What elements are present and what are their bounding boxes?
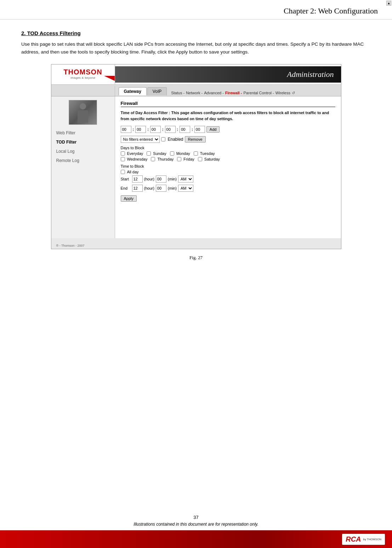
tuesday-checkbox[interactable] xyxy=(194,151,198,156)
section-heading: 2. TOD Access Filtering xyxy=(21,30,371,36)
friday-checkbox-item: Friday xyxy=(177,157,194,161)
sidebar-item-remote-log[interactable]: Remote Log xyxy=(51,156,115,165)
scroll-up-indicator[interactable]: ▲ xyxy=(386,1,391,6)
wednesday-checkbox-item: Wednesday xyxy=(121,157,148,161)
filter-dropdown[interactable]: No filters entered xyxy=(121,136,160,143)
filter-field-3[interactable] xyxy=(165,126,176,133)
screenshot-container: THOMSON images & beyond Administration ▲… xyxy=(51,64,341,249)
nav-link-firewall[interactable]: Firewall - xyxy=(225,91,242,95)
apply-button[interactable]: Apply xyxy=(121,195,137,202)
saturday-label: Saturday xyxy=(204,157,220,161)
apply-row: Apply xyxy=(121,195,335,202)
admin-title: Administration xyxy=(115,66,341,83)
sidebar-item-web-filter[interactable]: Web Filter xyxy=(51,128,115,138)
filter-field-4[interactable] xyxy=(180,126,190,133)
hour-label-start: (hour) xyxy=(144,177,154,181)
add-button[interactable]: Add xyxy=(206,126,220,133)
monday-checkbox-item: Monday xyxy=(170,151,190,156)
start-min-input[interactable] xyxy=(156,175,166,183)
thursday-checkbox-item: Thursday xyxy=(151,157,174,161)
min-label-end: (min) xyxy=(168,186,177,190)
all-day-row: All day xyxy=(121,170,335,174)
page-footer: 37 Illustrations contained in this docum… xyxy=(0,515,392,527)
sunday-label: Sunday xyxy=(153,151,166,156)
colon-1: : xyxy=(133,127,134,132)
avatar xyxy=(69,100,97,125)
nav-link-status[interactable]: Status - xyxy=(171,91,184,95)
monday-label: Monday xyxy=(176,151,190,156)
everyday-checkbox-item: Everyday xyxy=(121,151,143,156)
sunday-checkbox[interactable] xyxy=(147,151,151,156)
thursday-label: Thursday xyxy=(157,157,174,161)
fig-caption: Fig. 27 xyxy=(21,255,371,261)
tab-voip[interactable]: VoIP xyxy=(147,87,167,95)
chapter-title: Chapter 2: Web Configuration xyxy=(0,0,392,19)
page-number: 37 xyxy=(0,515,392,520)
nav-link-advanced[interactable]: Advanced - xyxy=(204,91,224,95)
main-layout: Web Filter TOD Filter Local Log Remote L… xyxy=(51,96,341,238)
remove-button[interactable]: Remove xyxy=(185,136,206,142)
sidebar-item-local-log[interactable]: Local Log xyxy=(51,147,115,156)
friday-label: Friday xyxy=(183,157,194,161)
enabled-checkbox[interactable] xyxy=(161,137,165,141)
end-min-input[interactable] xyxy=(156,185,166,192)
refresh-icon[interactable]: ↺ xyxy=(292,91,295,95)
desc-colon: : xyxy=(168,111,171,115)
saturday-checkbox-item: Saturday xyxy=(198,157,220,161)
nav-link-parental[interactable]: Parental Control - xyxy=(244,91,274,95)
rca-letters: RCA xyxy=(346,535,361,543)
thomson-brand: THOMSON xyxy=(63,68,102,76)
sunday-checkbox-item: Sunday xyxy=(147,151,166,156)
hour-label-end: (hour) xyxy=(144,186,154,190)
filter-input-row: : : : : : Add xyxy=(121,126,335,133)
nav-link-wireless[interactable]: Wireless xyxy=(275,91,290,95)
time-label: Time to Block xyxy=(121,164,335,168)
all-day-checkbox-item: All day xyxy=(121,170,139,174)
enabled-label: Enabled xyxy=(168,137,183,142)
days-row-1: Everyday Sunday Monday Tuesday xyxy=(121,151,335,156)
end-label: End xyxy=(121,186,131,190)
thursday-checkbox[interactable] xyxy=(151,157,155,161)
rca-by-label: by THOMSON xyxy=(363,538,381,541)
end-ampm-select[interactable]: AM PM xyxy=(178,185,193,192)
friday-checkbox[interactable] xyxy=(177,157,181,161)
start-hour-input[interactable] xyxy=(132,175,143,183)
tod-filter-label: Time of Day Access Filter xyxy=(121,111,168,115)
filter-control-row: No filters entered Enabled Remove xyxy=(121,136,335,143)
copyright-text: ® - Thomson - 2007 xyxy=(56,244,85,247)
content-description: Time of Day Access Filter : This page al… xyxy=(121,110,335,122)
all-day-label: All day xyxy=(127,170,139,174)
tab-gateway[interactable]: Gateway xyxy=(119,87,147,95)
filter-field-2[interactable] xyxy=(150,126,161,133)
filter-field-5[interactable] xyxy=(194,126,205,133)
start-ampm-select[interactable]: AM PM xyxy=(178,175,193,183)
everyday-label: Everyday xyxy=(127,151,143,156)
colon-5: : xyxy=(192,127,193,132)
all-day-checkbox[interactable] xyxy=(121,170,125,174)
end-time-row: End (hour) (min) AM PM xyxy=(121,185,335,192)
wednesday-checkbox[interactable] xyxy=(121,157,125,161)
monday-checkbox[interactable] xyxy=(170,151,174,156)
tuesday-label: Tuesday xyxy=(200,151,215,156)
tuesday-checkbox-item: Tuesday xyxy=(194,151,215,156)
colon-2: : xyxy=(147,127,149,132)
colon-4: : xyxy=(177,127,178,132)
screenshot-footer: ® - Thomson - 2007 xyxy=(51,238,341,249)
sidebar: Web Filter TOD Filter Local Log Remote L… xyxy=(51,96,115,238)
thomson-logo: THOMSON images & beyond xyxy=(51,65,115,84)
thomson-sub-text: images & beyond xyxy=(70,76,95,79)
days-row-2: Wednesday Thursday Friday Saturday xyxy=(121,157,335,161)
nav-tabs-bar: Gateway VoIP Status - Network - Advanced… xyxy=(51,85,341,96)
admin-header: THOMSON images & beyond Administration ▲ xyxy=(51,65,341,85)
end-hour-input[interactable] xyxy=(132,185,143,192)
filter-field-1[interactable] xyxy=(135,126,146,133)
sidebar-item-tod-filter[interactable]: TOD Filter xyxy=(51,138,115,147)
days-label: Days to Block xyxy=(121,146,335,150)
rca-logo: RCA by THOMSON xyxy=(342,534,385,545)
filter-field-0[interactable] xyxy=(121,126,131,133)
saturday-checkbox[interactable] xyxy=(198,157,202,161)
everyday-checkbox[interactable] xyxy=(121,151,125,156)
nav-link-network[interactable]: Network - xyxy=(186,91,203,95)
min-label-start: (min) xyxy=(168,177,177,181)
bottom-bar: RCA by THOMSON xyxy=(0,530,392,548)
